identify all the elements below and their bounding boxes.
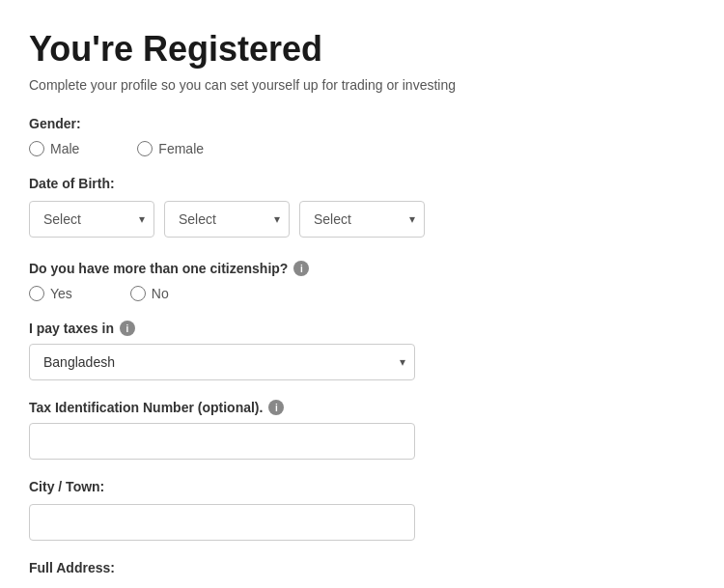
gender-male-option[interactable]: Male xyxy=(29,141,79,156)
citizenship-no-option[interactable]: No xyxy=(130,286,169,301)
gender-male-label: Male xyxy=(50,141,79,156)
citizenship-yes-option[interactable]: Yes xyxy=(29,286,72,301)
dob-day-wrapper: Select ▾ xyxy=(29,201,154,238)
citizenship-info-icon[interactable]: i xyxy=(293,261,309,276)
gender-female-option[interactable]: Female xyxy=(137,141,204,156)
city-label: City / Town: xyxy=(29,479,695,494)
citizenship-section: Do you have more than one citizenship? i… xyxy=(29,261,695,301)
dob-month-select[interactable]: Select xyxy=(164,201,290,238)
citizenship-yes-label: Yes xyxy=(50,286,72,301)
dob-year-wrapper: Select ▾ xyxy=(299,201,425,238)
dob-selects: Select ▾ Select ▾ Select ▾ xyxy=(29,201,695,238)
taxes-info-icon[interactable]: i xyxy=(120,321,135,336)
citizenship-no-label: No xyxy=(152,286,169,301)
taxes-label-text: I pay taxes in xyxy=(29,321,114,336)
tax-id-section: Tax Identification Number (optional). i xyxy=(29,400,695,460)
dob-day-select[interactable]: Select xyxy=(29,201,154,238)
tax-id-label-row: Tax Identification Number (optional). i xyxy=(29,400,695,415)
taxes-select-wrapper: Bangladesh ▾ xyxy=(29,344,415,380)
citizenship-label-text: Do you have more than one citizenship? xyxy=(29,261,288,276)
citizenship-yes-radio[interactable] xyxy=(29,286,44,301)
gender-group: Male Female xyxy=(29,141,695,156)
dob-label: Date of Birth: xyxy=(29,176,695,191)
gender-female-radio[interactable] xyxy=(137,141,153,156)
gender-section: Gender: Male Female xyxy=(29,116,695,156)
taxes-label-row: I pay taxes in i xyxy=(29,321,695,336)
taxes-country-select[interactable]: Bangladesh xyxy=(29,344,415,380)
tax-id-info-icon[interactable]: i xyxy=(268,400,284,415)
dob-section: Date of Birth: Select ▾ Select ▾ Select … xyxy=(29,176,695,238)
tax-id-label-text: Tax Identification Number (optional). xyxy=(29,400,263,415)
citizenship-no-radio[interactable] xyxy=(130,286,146,301)
full-address-label: Full Address: xyxy=(29,560,695,575)
page-subtitle: Complete your profile so you can set you… xyxy=(29,77,695,93)
city-input[interactable] xyxy=(29,504,415,541)
citizenship-label-row: Do you have more than one citizenship? i xyxy=(29,261,695,276)
dob-year-select[interactable]: Select xyxy=(299,201,425,238)
tax-id-input[interactable] xyxy=(29,423,415,460)
gender-label: Gender: xyxy=(29,116,695,131)
gender-male-radio[interactable] xyxy=(29,141,44,156)
dob-month-wrapper: Select ▾ xyxy=(164,201,290,238)
page-title: You're Registered xyxy=(29,29,695,70)
gender-female-label: Female xyxy=(158,141,204,156)
city-section: City / Town: xyxy=(29,479,695,541)
taxes-section: I pay taxes in i Bangladesh ▾ xyxy=(29,321,695,380)
citizenship-radio-group: Yes No xyxy=(29,286,695,301)
full-address-section: Full Address: xyxy=(29,560,695,575)
